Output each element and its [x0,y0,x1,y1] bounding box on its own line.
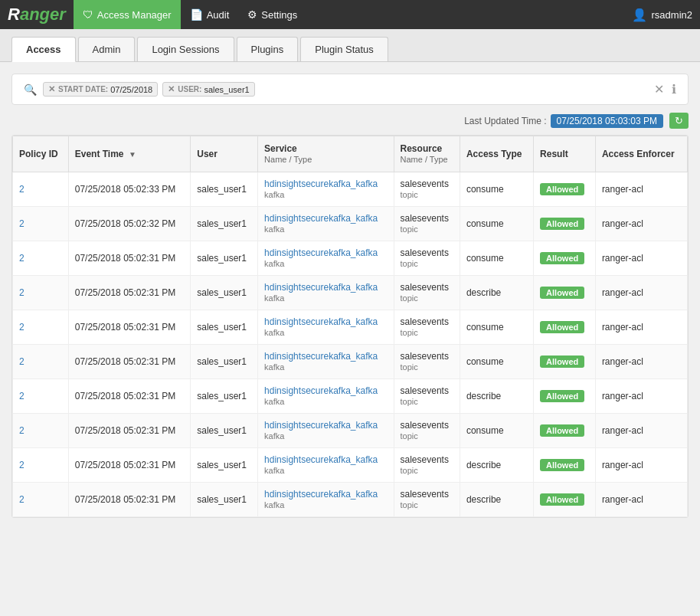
cell-event-time: 07/25/2018 05:02:31 PM [68,448,191,483]
policy-id-link[interactable]: 2 [19,425,25,436]
cell-result: Allowed [534,276,596,310]
cell-service: hdinsightsecurekafka_kafka kafka [258,172,394,207]
cell-access-enforcer: ranger-acl [595,207,687,241]
table-row: 2 07/25/2018 05:02:31 PM sales_user1 hdi… [13,310,688,345]
cell-service: hdinsightsecurekafka_kafka kafka [258,483,394,517]
cell-result: Allowed [534,241,596,276]
table-row: 2 07/25/2018 05:02:33 PM sales_user1 hdi… [13,172,688,207]
cell-result: Allowed [534,345,596,379]
table-row: 2 07/25/2018 05:02:32 PM sales_user1 hdi… [13,207,688,241]
cell-event-time: 07/25/2018 05:02:31 PM [68,276,191,310]
tab-plugins[interactable]: Plugins [237,37,299,61]
th-policy-id: Policy ID [13,136,69,172]
service-name-link[interactable]: hdinsightsecurekafka_kafka [264,316,378,327]
result-badge: Allowed [540,390,584,402]
tab-plugin-status[interactable]: Plugin Status [300,37,388,61]
table-row: 2 07/25/2018 05:02:31 PM sales_user1 hdi… [13,379,688,414]
cell-access-enforcer: ranger-acl [595,310,687,345]
policy-id-link[interactable]: 2 [19,218,25,229]
search-clear-button[interactable]: ✕ [654,82,664,97]
th-event-time[interactable]: Event Time ▼ [68,136,191,172]
filter-start-date[interactable]: ✕ START DATE: 07/25/2018 [43,82,158,97]
cell-user: sales_user1 [191,172,258,207]
nav-access-manager[interactable]: 🛡 Access Manager [74,0,181,29]
service-type-label: kafka [264,190,284,199]
cell-user: sales_user1 [191,483,258,517]
resource-type-label: topic [401,431,418,441]
cell-policy-id: 2 [13,172,69,207]
cell-result: Allowed [534,448,596,483]
th-access-type: Access Type [460,136,533,172]
policy-id-link[interactable]: 2 [19,356,25,367]
cell-service: hdinsightsecurekafka_kafka kafka [258,414,394,448]
cell-access-type: consume [460,310,533,345]
filter-user-close[interactable]: ✕ [168,84,175,94]
service-name-link[interactable]: hdinsightsecurekafka_kafka [264,179,378,189]
cell-service: hdinsightsecurekafka_kafka kafka [258,448,394,483]
th-access-enforcer: Access Enforcer [595,136,687,172]
policy-id-link[interactable]: 2 [19,460,25,470]
service-name-link[interactable]: hdinsightsecurekafka_kafka [264,351,378,362]
resource-name: salesevents [401,179,449,189]
cell-access-enforcer: ranger-acl [595,379,687,414]
resource-name: salesevents [401,213,449,224]
service-type-label: kafka [264,224,284,234]
policy-id-link[interactable]: 2 [19,391,25,401]
policy-id-link[interactable]: 2 [19,322,25,333]
resource-type-label: topic [401,328,418,337]
service-name-link[interactable]: hdinsightsecurekafka_kafka [264,247,378,258]
cell-access-enforcer: ranger-acl [595,483,687,517]
refresh-button[interactable]: ↻ [669,113,689,129]
service-type-label: kafka [264,293,284,303]
cell-resource: salesevents topic [394,448,460,483]
cell-resource: salesevents topic [394,310,460,345]
last-updated-bar: Last Updated Time : 07/25/2018 05:03:03 … [11,113,689,129]
nav-audit[interactable]: 📄 Audit [181,0,239,29]
table-row: 2 07/25/2018 05:02:31 PM sales_user1 hdi… [13,448,688,483]
cell-resource: salesevents topic [394,483,460,517]
filter-user[interactable]: ✕ USER: sales_user1 [162,82,254,97]
filter-start-date-close[interactable]: ✕ [48,84,55,94]
cell-access-type: consume [460,172,533,207]
tab-admin[interactable]: Admin [78,37,136,61]
sub-navigation: Access Admin Login Sessions Plugins Plug… [0,29,700,62]
cell-user: sales_user1 [191,241,258,276]
info-icon[interactable]: ℹ [672,82,676,97]
cell-service: hdinsightsecurekafka_kafka kafka [258,310,394,345]
cell-access-enforcer: ranger-acl [595,414,687,448]
cell-policy-id: 2 [13,379,69,414]
nav-settings[interactable]: ⚙ Settings [238,0,306,29]
policy-id-link[interactable]: 2 [19,287,25,298]
service-name-link[interactable]: hdinsightsecurekafka_kafka [264,213,378,224]
service-name-link[interactable]: hdinsightsecurekafka_kafka [264,454,378,465]
service-type-label: kafka [264,466,284,475]
brand-logo: Ranger [8,5,66,25]
tab-login-sessions[interactable]: Login Sessions [137,37,234,61]
result-badge: Allowed [540,252,584,264]
table-row: 2 07/25/2018 05:02:31 PM sales_user1 hdi… [13,414,688,448]
cell-service: hdinsightsecurekafka_kafka kafka [258,345,394,379]
shield-icon: 🛡 [83,8,93,21]
cell-access-type: describe [460,379,533,414]
service-type-label: kafka [264,500,284,510]
policy-id-link[interactable]: 2 [19,494,25,505]
cell-resource: salesevents topic [394,414,460,448]
cell-resource: salesevents topic [394,207,460,241]
cell-access-type: describe [460,448,533,483]
service-name-link[interactable]: hdinsightsecurekafka_kafka [264,489,378,500]
result-badge: Allowed [540,356,584,368]
resource-name: salesevents [401,420,449,431]
resource-type-label: topic [401,259,418,268]
service-type-label: kafka [264,397,284,406]
policy-id-link[interactable]: 2 [19,253,25,264]
policy-id-link[interactable]: 2 [19,184,25,195]
service-name-link[interactable]: hdinsightsecurekafka_kafka [264,282,378,293]
th-resource: Resource Name / Type [394,136,460,172]
resource-name: salesevents [401,351,449,362]
service-name-link[interactable]: hdinsightsecurekafka_kafka [264,385,378,396]
service-name-link[interactable]: hdinsightsecurekafka_kafka [264,420,378,431]
resource-type-label: topic [401,500,418,510]
user-menu[interactable]: 👤 rsadmin2 [632,8,692,22]
cell-user: sales_user1 [191,414,258,448]
tab-access[interactable]: Access [11,37,76,62]
